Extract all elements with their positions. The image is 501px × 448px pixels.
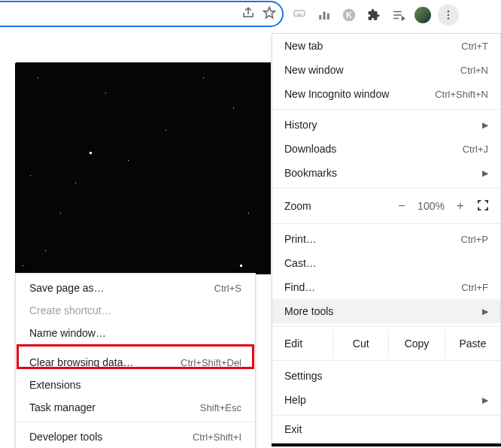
menu-separator [272,223,500,224]
menu-label: Settings [284,370,323,382]
zoom-in-button[interactable]: + [449,199,472,213]
menu-shortcut: Ctrl+N [460,65,488,76]
svg-rect-2 [323,12,326,20]
browser-toolbar: K [0,0,501,35]
star-icon[interactable] [263,6,276,23]
menu-label: Print… [284,233,317,245]
task-manager-item[interactable]: Task manager Shift+Esc [16,396,255,419]
clear-browsing-data-item[interactable]: Clear browsing data… Ctrl+Shift+Del [16,351,255,374]
menu-shortcut: Ctrl+Shift+Del [181,357,241,368]
menu-incognito[interactable]: New Incognito window Ctrl+Shift+N [272,82,500,106]
profile-avatar[interactable] [414,7,431,23]
zoom-out-button[interactable]: − [390,199,413,213]
extensions-icon[interactable] [365,6,383,24]
menu-shortcut: Ctrl+Shift+I [193,431,241,443]
menu-separator [16,347,255,348]
menu-new-tab[interactable]: New tab Ctrl+T [272,34,500,58]
menu-shortcut: Ctrl+P [461,234,488,245]
menu-bookmarks[interactable]: Bookmarks ▶ [272,161,500,185]
menu-history[interactable]: History ▶ [272,113,500,137]
menu-label: Clear browsing data… [29,356,134,368]
name-window-item[interactable]: Name window… [16,322,255,344]
menu-cast[interactable]: Cast… [272,251,500,275]
menu-label: History [284,119,317,131]
menu-label: New Incognito window [284,88,389,100]
svg-point-7 [448,14,450,17]
developer-tools-item[interactable]: Developer tools Ctrl+Shift+I [16,425,255,448]
paste-button[interactable]: Paste [445,330,500,357]
save-page-item[interactable]: Save page as… Ctrl+S [16,277,255,299]
menu-edit-row: Edit Cut Copy Paste [272,330,500,357]
menu-zoom-row: Zoom − 100% + [272,192,500,220]
menu-label: Cast… [284,257,317,269]
submenu-arrow-icon: ▶ [482,307,488,316]
menu-print[interactable]: Print… Ctrl+P [272,227,500,251]
zoom-label: Zoom [284,200,390,212]
svg-text:K: K [346,11,352,20]
menu-separator [272,188,500,189]
menu-label: Find… [284,281,315,293]
edit-label: Edit [272,338,332,350]
zoom-value: 100% [413,200,449,212]
menu-shortcut: Ctrl+J [463,144,488,155]
submenu-arrow-icon: ▶ [482,395,488,405]
cut-button[interactable]: Cut [332,330,388,357]
page-content-dark [15,62,271,274]
copy-button[interactable]: Copy [388,330,444,357]
menu-separator [16,422,255,422]
menu-label: New window [284,64,344,76]
create-shortcut-item: Create shortcut… [16,299,255,322]
svg-rect-1 [319,15,321,20]
menu-label: More tools [284,305,333,317]
svg-point-6 [448,11,450,13]
menu-help[interactable]: Help ▶ [272,388,500,412]
menu-shortcut: Ctrl+F [461,282,488,293]
kebab-menu-button[interactable] [438,5,459,26]
menu-new-window[interactable]: New window Ctrl+N [272,58,500,82]
menu-label: Create shortcut… [29,304,112,316]
submenu-arrow-icon: ▶ [482,120,488,130]
menu-shortcut: Ctrl+Shift+N [435,89,488,100]
menu-separator [272,360,500,361]
menu-settings[interactable]: Settings [272,364,500,388]
menu-more-tools[interactable]: More tools ▶ [272,299,500,323]
menu-exit[interactable]: Exit [272,419,500,443]
menu-label: New tab [284,40,323,52]
submenu-arrow-icon: ▶ [482,168,488,178]
menu-find[interactable]: Find… Ctrl+F [272,275,500,299]
pocket-icon[interactable] [290,6,308,24]
more-tools-submenu: Save page as… Ctrl+S Create shortcut… Na… [15,273,256,448]
menu-label: Save page as… [29,282,105,294]
fullscreen-button[interactable] [472,199,494,213]
menu-label: Downloads [284,143,336,155]
chrome-main-menu: New tab Ctrl+T New window Ctrl+N New Inc… [272,33,501,443]
menu-shortcut: Ctrl+S [214,283,241,294]
chart-icon[interactable] [315,6,333,24]
menu-downloads[interactable]: Downloads Ctrl+J [272,137,500,161]
k-icon[interactable]: K [340,6,358,24]
menu-label: Name window… [29,327,106,339]
menu-label: Help [284,394,306,406]
menu-shortcut: Ctrl+T [461,41,488,52]
toolbar-extension-icons: K [290,5,459,26]
svg-rect-3 [327,14,329,20]
playlist-icon[interactable] [390,6,408,24]
menu-label: Task manager [29,401,96,413]
menu-separator [272,109,500,110]
menu-label: Developer tools [29,431,102,443]
svg-point-8 [448,17,450,20]
menu-label: Bookmarks [284,167,337,179]
menu-shortcut: Shift+Esc [200,402,241,413]
omnibox[interactable] [0,1,284,27]
menu-label: Extensions [29,379,80,391]
extensions-item[interactable]: Extensions [16,374,255,396]
menu-separator [272,415,500,416]
menu-label: Exit [284,423,302,435]
share-icon[interactable] [241,6,255,23]
menu-separator [272,326,500,327]
